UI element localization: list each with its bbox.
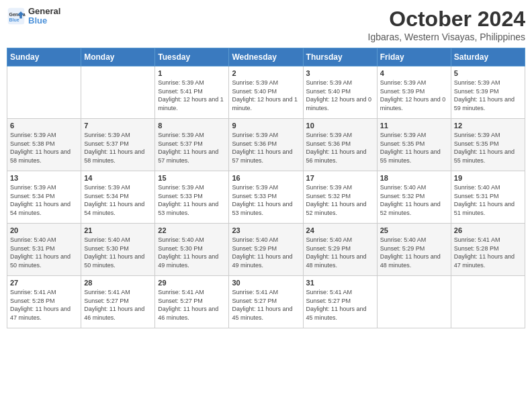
header-friday: Friday bbox=[377, 48, 451, 66]
calendar-cell: 1Sunrise: 5:39 AMSunset: 5:41 PMDaylight… bbox=[155, 66, 229, 119]
day-number: 12 bbox=[454, 122, 522, 130]
header-tuesday: Tuesday bbox=[155, 48, 229, 66]
calendar-cell: 11Sunrise: 5:39 AMSunset: 5:35 PMDayligh… bbox=[377, 119, 451, 171]
day-number: 11 bbox=[380, 122, 448, 130]
calendar-cell: 18Sunrise: 5:40 AMSunset: 5:32 PMDayligh… bbox=[377, 171, 451, 224]
day-number: 30 bbox=[232, 279, 300, 287]
day-detail: Sunrise: 5:41 AMSunset: 5:28 PMDaylight:… bbox=[10, 288, 78, 322]
day-number: 27 bbox=[10, 279, 78, 287]
header-thursday: Thursday bbox=[303, 48, 377, 66]
calendar-header-row: SundayMondayTuesdayWednesdayThursdayFrid… bbox=[7, 48, 525, 66]
svg-text:Blue: Blue bbox=[9, 17, 19, 22]
day-detail: Sunrise: 5:39 AMSunset: 5:40 PMDaylight:… bbox=[232, 79, 300, 112]
day-detail: Sunrise: 5:40 AMSunset: 5:29 PMDaylight:… bbox=[232, 236, 300, 269]
day-detail: Sunrise: 5:41 AMSunset: 5:28 PMDaylight:… bbox=[454, 236, 522, 269]
calendar-cell: 4Sunrise: 5:39 AMSunset: 5:39 PMDaylight… bbox=[377, 66, 451, 119]
day-number: 13 bbox=[10, 174, 78, 182]
day-number: 20 bbox=[10, 226, 78, 234]
calendar-cell: 5Sunrise: 5:39 AMSunset: 5:39 PMDaylight… bbox=[451, 66, 525, 119]
calendar-week-2: 6Sunrise: 5:39 AMSunset: 5:38 PMDaylight… bbox=[7, 119, 525, 171]
page-header: General Blue General Blue October 2024 I… bbox=[7, 7, 525, 42]
day-detail: Sunrise: 5:39 AMSunset: 5:35 PMDaylight:… bbox=[380, 131, 448, 165]
day-detail: Sunrise: 5:39 AMSunset: 5:34 PMDaylight:… bbox=[10, 183, 78, 217]
day-number: 22 bbox=[158, 226, 226, 234]
day-detail: Sunrise: 5:39 AMSunset: 5:37 PMDaylight:… bbox=[158, 131, 226, 165]
day-detail: Sunrise: 5:39 AMSunset: 5:38 PMDaylight:… bbox=[10, 131, 78, 165]
calendar-week-1: 1Sunrise: 5:39 AMSunset: 5:41 PMDaylight… bbox=[7, 66, 525, 119]
day-number: 3 bbox=[306, 69, 374, 77]
calendar-cell: 28Sunrise: 5:41 AMSunset: 5:27 PMDayligh… bbox=[81, 276, 155, 328]
day-number: 7 bbox=[84, 122, 152, 130]
calendar-cell: 15Sunrise: 5:39 AMSunset: 5:33 PMDayligh… bbox=[155, 171, 229, 224]
calendar-cell: 29Sunrise: 5:41 AMSunset: 5:27 PMDayligh… bbox=[155, 276, 229, 328]
header-saturday: Saturday bbox=[451, 48, 525, 66]
calendar-cell: 3Sunrise: 5:39 AMSunset: 5:40 PMDaylight… bbox=[303, 66, 377, 119]
day-number: 16 bbox=[232, 174, 300, 182]
calendar-cell: 25Sunrise: 5:40 AMSunset: 5:29 PMDayligh… bbox=[377, 224, 451, 276]
day-detail: Sunrise: 5:41 AMSunset: 5:27 PMDaylight:… bbox=[306, 288, 374, 322]
day-detail: Sunrise: 5:39 AMSunset: 5:37 PMDaylight:… bbox=[84, 131, 152, 165]
day-detail: Sunrise: 5:40 AMSunset: 5:31 PMDaylight:… bbox=[454, 183, 522, 217]
day-detail: Sunrise: 5:40 AMSunset: 5:30 PMDaylight:… bbox=[84, 236, 152, 269]
day-detail: Sunrise: 5:39 AMSunset: 5:32 PMDaylight:… bbox=[306, 183, 374, 217]
day-number: 23 bbox=[232, 226, 300, 234]
day-detail: Sunrise: 5:40 AMSunset: 5:29 PMDaylight:… bbox=[380, 236, 448, 269]
day-number: 31 bbox=[306, 279, 374, 287]
day-detail: Sunrise: 5:39 AMSunset: 5:33 PMDaylight:… bbox=[158, 183, 226, 217]
day-number: 14 bbox=[84, 174, 152, 182]
calendar-cell: 20Sunrise: 5:40 AMSunset: 5:31 PMDayligh… bbox=[7, 224, 81, 276]
calendar-cell: 12Sunrise: 5:39 AMSunset: 5:35 PMDayligh… bbox=[451, 119, 525, 171]
day-number: 21 bbox=[84, 226, 152, 234]
header-monday: Monday bbox=[81, 48, 155, 66]
day-number: 15 bbox=[158, 174, 226, 182]
calendar-cell: 7Sunrise: 5:39 AMSunset: 5:37 PMDaylight… bbox=[81, 119, 155, 171]
calendar-cell bbox=[7, 66, 81, 119]
day-number: 6 bbox=[10, 122, 78, 130]
day-detail: Sunrise: 5:39 AMSunset: 5:35 PMDaylight:… bbox=[454, 131, 522, 165]
logo-text-general: General bbox=[28, 7, 60, 16]
calendar-cell: 31Sunrise: 5:41 AMSunset: 5:27 PMDayligh… bbox=[303, 276, 377, 328]
day-number: 2 bbox=[232, 69, 300, 77]
day-detail: Sunrise: 5:40 AMSunset: 5:31 PMDaylight:… bbox=[10, 236, 78, 269]
calendar-cell: 17Sunrise: 5:39 AMSunset: 5:32 PMDayligh… bbox=[303, 171, 377, 224]
calendar-cell: 19Sunrise: 5:40 AMSunset: 5:31 PMDayligh… bbox=[451, 171, 525, 224]
logo: General Blue General Blue bbox=[7, 7, 60, 26]
day-detail: Sunrise: 5:39 AMSunset: 5:36 PMDaylight:… bbox=[306, 131, 374, 165]
header-sunday: Sunday bbox=[7, 48, 81, 66]
calendar-cell: 30Sunrise: 5:41 AMSunset: 5:27 PMDayligh… bbox=[229, 276, 303, 328]
calendar-table: SundayMondayTuesdayWednesdayThursdayFrid… bbox=[7, 48, 525, 328]
calendar-cell: 9Sunrise: 5:39 AMSunset: 5:36 PMDaylight… bbox=[229, 119, 303, 171]
calendar-cell: 10Sunrise: 5:39 AMSunset: 5:36 PMDayligh… bbox=[303, 119, 377, 171]
calendar-cell bbox=[81, 66, 155, 119]
calendar-cell: 14Sunrise: 5:39 AMSunset: 5:34 PMDayligh… bbox=[81, 171, 155, 224]
calendar-body: 1Sunrise: 5:39 AMSunset: 5:41 PMDaylight… bbox=[7, 66, 525, 328]
calendar-cell: 24Sunrise: 5:40 AMSunset: 5:29 PMDayligh… bbox=[303, 224, 377, 276]
month-title: October 2024 bbox=[368, 7, 526, 32]
location-title: Igbaras, Western Visayas, Philippines bbox=[368, 32, 526, 42]
day-detail: Sunrise: 5:39 AMSunset: 5:33 PMDaylight:… bbox=[232, 183, 300, 217]
day-detail: Sunrise: 5:39 AMSunset: 5:39 PMDaylight:… bbox=[454, 79, 522, 112]
calendar-cell: 21Sunrise: 5:40 AMSunset: 5:30 PMDayligh… bbox=[81, 224, 155, 276]
title-block: October 2024 Igbaras, Western Visayas, P… bbox=[368, 7, 526, 42]
calendar-cell: 26Sunrise: 5:41 AMSunset: 5:28 PMDayligh… bbox=[451, 224, 525, 276]
calendar-cell: 16Sunrise: 5:39 AMSunset: 5:33 PMDayligh… bbox=[229, 171, 303, 224]
day-detail: Sunrise: 5:41 AMSunset: 5:27 PMDaylight:… bbox=[84, 288, 152, 322]
day-number: 28 bbox=[84, 279, 152, 287]
day-detail: Sunrise: 5:39 AMSunset: 5:39 PMDaylight:… bbox=[380, 79, 448, 112]
day-number: 5 bbox=[454, 69, 522, 77]
day-detail: Sunrise: 5:39 AMSunset: 5:34 PMDaylight:… bbox=[84, 183, 152, 217]
day-number: 4 bbox=[380, 69, 448, 77]
calendar-cell: 2Sunrise: 5:39 AMSunset: 5:40 PMDaylight… bbox=[229, 66, 303, 119]
day-number: 18 bbox=[380, 174, 448, 182]
day-number: 19 bbox=[454, 174, 522, 182]
day-number: 25 bbox=[380, 226, 448, 234]
day-detail: Sunrise: 5:40 AMSunset: 5:29 PMDaylight:… bbox=[306, 236, 374, 269]
day-detail: Sunrise: 5:39 AMSunset: 5:41 PMDaylight:… bbox=[158, 79, 226, 112]
day-number: 29 bbox=[158, 279, 226, 287]
day-detail: Sunrise: 5:39 AMSunset: 5:40 PMDaylight:… bbox=[306, 79, 374, 112]
logo-icon: General Blue bbox=[7, 7, 26, 26]
day-number: 26 bbox=[454, 226, 522, 234]
day-detail: Sunrise: 5:40 AMSunset: 5:30 PMDaylight:… bbox=[158, 236, 226, 269]
day-detail: Sunrise: 5:40 AMSunset: 5:32 PMDaylight:… bbox=[380, 183, 448, 217]
calendar-week-3: 13Sunrise: 5:39 AMSunset: 5:34 PMDayligh… bbox=[7, 171, 525, 224]
